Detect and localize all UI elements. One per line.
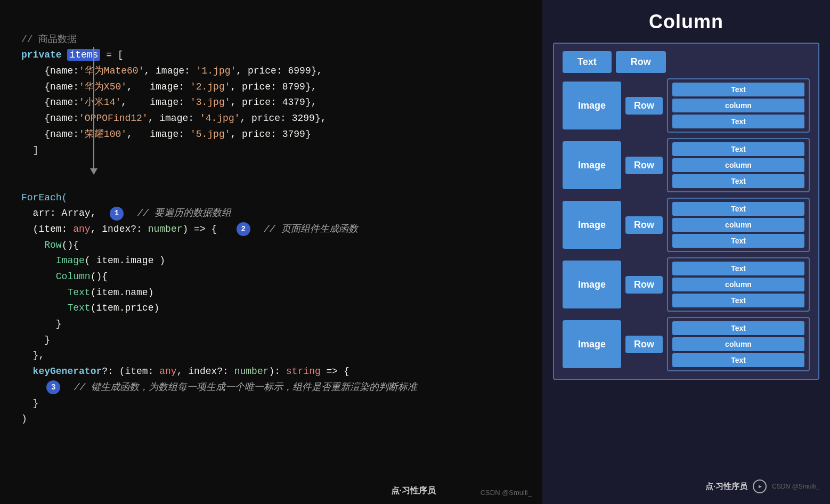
visual-panel: Column Text Row Image Row Text column Te… [542,0,830,504]
panel-bottom: 点·习性序员 ▶ CSDN @Smulli_ [553,474,819,493]
item-4: {name:'OPPOFind12', image: '4.jpg', pric… [44,113,326,124]
comment-key: // 键生成函数，为数组每一项生成一个唯一标示，组件是否重新渲染的判断标准 [62,382,417,393]
code-block: // 商品数据 private items = [ {name:'华为Mate6… [21,16,521,443]
column-box-3: Text column Text [667,198,810,252]
col-text-1-3: Text [672,115,804,128]
column-box-5: Text column Text [667,317,810,371]
header-text-btn: Text [563,51,612,73]
panel-title: Column [649,11,723,33]
play-icon: ▶ [759,483,762,490]
image-box-4: Image [563,261,621,308]
watermark-right: CSDN @Smulli_ [772,483,819,490]
col-text-5-1: Text [672,321,804,335]
bottom-text: 点·习性序员 [391,485,436,497]
row-box-1: Row [625,97,663,115]
row-box-4: Row [625,276,663,294]
arrow-indicator [93,47,94,169]
data-row-1: Image Row Text column Text [563,78,810,133]
comment-goods: // 商品数据 [21,34,77,45]
col-text-1-2: column [672,99,804,112]
item-3: {name:'小米14', image: '3.jpg', price: 437… [44,97,316,108]
play-button[interactable]: ▶ [753,479,767,493]
badge-3: 3 [46,380,60,394]
data-row-4: Image Row Text column Text [563,257,810,312]
image-box-2: Image [563,141,621,189]
watermark: CSDN @Smulli_ [481,489,532,497]
column-box-1: Text column Text [667,78,810,133]
item-1: {name:'华为Mate60', image: '1.jpg', price:… [44,66,322,76]
column-box-4: Text column Text [667,257,810,312]
var-items: items [67,49,100,61]
row-box-3: Row [625,216,663,234]
image-box-3: Image [563,201,621,249]
data-row-5: Image Row Text column Text [563,317,810,371]
col-text-3-2: column [672,218,804,232]
badge-1: 1 [110,207,124,221]
comment-arr: // 要遍历的数据数组 [126,208,231,218]
column-box-2: Text column Text [667,138,810,192]
row-box-5: Row [625,336,663,353]
col-text-5-3: Text [672,353,804,367]
item-2: {name:'华为X50', image: '2.jpg', price: 87… [44,82,316,92]
col-text-3-3: Text [672,234,804,248]
code-panel: // 商品数据 private items = [ {name:'华为Mate6… [0,0,542,504]
comment-gen: // 页面组件生成函数 [253,224,358,234]
keyword-private: private [21,50,62,60]
col-text-1-1: Text [672,83,804,96]
image-box-5: Image [563,320,621,368]
col-text-2-2: column [672,158,804,172]
col-text-2-3: Text [672,174,804,188]
item-5: {name:'荣耀100', image: '5.jpg', price: 37… [44,129,311,140]
bottom-label: 点·习性序员 [705,482,747,492]
badge-2: 2 [237,222,250,236]
header-row-btn: Row [616,51,666,73]
data-row-3: Image Row Text column Text [563,198,810,252]
col-text-4-2: column [672,278,804,291]
image-box-1: Image [563,82,621,129]
col-text-4-1: Text [672,262,804,275]
col-text-5-2: column [672,337,804,351]
visual-container: Text Row Image Row Text column Text Imag… [553,43,819,380]
data-row-2: Image Row Text column Text [563,138,810,192]
foreach-keyword: ForEach( [21,192,67,203]
row-box-2: Row [625,157,663,174]
col-text-2-1: Text [672,142,804,156]
header-text-row: Text Row [563,51,810,73]
col-text-3-1: Text [672,202,804,216]
equals: = [ [100,50,123,60]
col-text-4-3: Text [672,294,804,307]
